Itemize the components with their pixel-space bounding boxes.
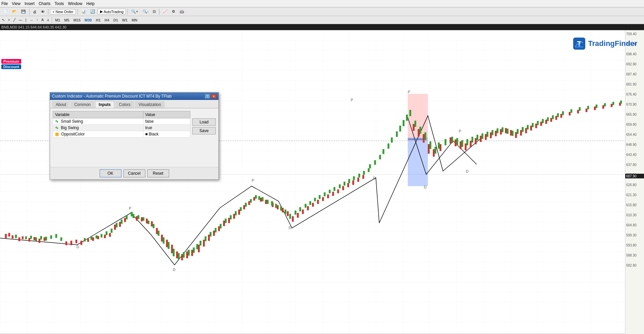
svg-rect-184 <box>339 184 341 188</box>
svg-rect-102 <box>500 129 502 134</box>
svg-rect-38 <box>114 225 116 230</box>
tab-common[interactable]: Common <box>70 101 94 108</box>
svg-rect-52 <box>191 250 193 256</box>
tab-colors[interactable]: Colors <box>115 101 134 108</box>
svg-rect-137 <box>116 223 117 227</box>
svg-rect-228 <box>547 117 549 121</box>
cancel-button[interactable]: Cancel <box>123 169 145 177</box>
new-order-button[interactable]: + New Order <box>50 9 76 14</box>
svg-rect-186 <box>348 179 350 183</box>
svg-rect-143 <box>143 217 144 221</box>
ok-button[interactable]: OK <box>100 169 121 177</box>
toolbar-print[interactable]: 🖨 <box>31 8 38 15</box>
tool-vline[interactable]: | <box>24 17 28 23</box>
val-big-swing[interactable]: true <box>143 125 190 131</box>
tool-arrow[interactable]: ↑ <box>35 17 39 23</box>
tool-hline[interactable]: — <box>17 17 23 23</box>
svg-rect-78 <box>327 194 329 198</box>
menu-charts[interactable]: Charts <box>39 1 50 6</box>
save-button[interactable]: Save <box>192 127 216 134</box>
svg-rect-147 <box>163 237 164 243</box>
svg-rect-149 <box>173 249 175 256</box>
tool-ray[interactable]: → <box>28 17 34 23</box>
svg-rect-36 <box>104 235 106 238</box>
svg-rect-123 <box>25 236 27 239</box>
tb-sep-1 <box>29 9 30 15</box>
svg-rect-202 <box>414 121 416 127</box>
table-row[interactable]: ▦ OppositColor ■ Black <box>53 131 190 137</box>
val-opposit-color[interactable]: ■ Black <box>143 131 190 137</box>
tf-m15[interactable]: M15 <box>72 18 82 22</box>
svg-rect-39 <box>119 222 121 227</box>
tab-visualization[interactable]: Visualization <box>135 101 165 108</box>
new-order-icon: + <box>52 10 54 14</box>
tf-d1[interactable]: D1 <box>112 18 120 22</box>
tf-h4[interactable]: H4 <box>103 18 111 22</box>
svg-rect-221 <box>512 131 513 136</box>
menu-tools[interactable]: Tools <box>55 1 64 6</box>
toolbar-strategy[interactable]: ⚙ <box>170 8 177 15</box>
menu-window[interactable]: Window <box>68 1 83 6</box>
svg-text:665.90: 665.90 <box>626 113 637 116</box>
svg-rect-44 <box>151 221 153 226</box>
svg-rect-169 <box>267 200 268 204</box>
svg-text:681.90: 681.90 <box>626 82 637 86</box>
tf-m30[interactable]: M30 <box>83 18 93 22</box>
tool-label[interactable]: 𝐴 <box>46 17 50 23</box>
toolbar-expert[interactable]: 🤖 <box>178 8 186 15</box>
toolbar-open[interactable]: 📂 <box>10 8 18 15</box>
toolbar-indicator[interactable]: 📈 <box>161 8 169 15</box>
toolbar-print-preview[interactable]: 👁 <box>39 8 46 15</box>
toolbar-fit[interactable]: ⊡ <box>151 8 157 15</box>
table-row[interactable]: ∿ Small Swing false <box>53 118 190 125</box>
svg-text:698.40: 698.40 <box>626 52 637 56</box>
svg-rect-133 <box>96 235 97 238</box>
menu-help[interactable]: Help <box>86 1 95 6</box>
tool-crosshair[interactable]: + <box>7 17 11 23</box>
tf-h1[interactable]: H1 <box>94 18 102 22</box>
svg-rect-40 <box>124 218 126 222</box>
svg-text:654.40: 654.40 <box>626 133 637 136</box>
toolbar-zoom-in[interactable]: 🔍+ <box>130 8 140 15</box>
tab-inputs[interactable]: Inputs <box>95 101 114 108</box>
toolbar-save[interactable]: 💾 <box>19 8 28 15</box>
reset-button[interactable]: Reset <box>147 169 169 177</box>
tf-m5[interactable]: M5 <box>62 18 71 22</box>
toolbar-refresh[interactable]: 🔄 <box>89 8 97 15</box>
box-icon: ▦ <box>55 132 59 136</box>
table-row-selected[interactable]: ∿ Big Swing true <box>53 125 190 131</box>
menu-insert[interactable]: Insert <box>24 1 35 6</box>
load-button[interactable]: Load <box>192 118 216 126</box>
val-small-swing[interactable]: false <box>143 118 190 125</box>
svg-rect-215 <box>482 133 483 139</box>
tf-w1[interactable]: W1 <box>120 18 130 22</box>
svg-rect-88 <box>423 134 425 143</box>
tf-m1[interactable]: M1 <box>53 18 62 22</box>
svg-rect-90 <box>433 149 435 157</box>
svg-rect-113 <box>555 116 557 120</box>
tool-cursor[interactable]: ↖ <box>1 17 6 23</box>
toolbar-charts[interactable]: 📊 <box>80 8 88 15</box>
svg-rect-218 <box>497 128 498 133</box>
toolbar-new[interactable]: 📄 <box>1 8 9 15</box>
menu-file[interactable]: File <box>1 1 8 6</box>
menu-view[interactable]: View <box>12 1 20 6</box>
chart-area[interactable]: P P P P P D D D D D D <box>0 30 644 334</box>
auto-trading-button[interactable]: ▶ AutoTrading <box>98 9 126 14</box>
toolbar-zoom-out[interactable]: 🔍- <box>141 8 150 15</box>
svg-rect-178 <box>309 201 311 205</box>
svg-rect-99 <box>485 134 487 140</box>
svg-rect-190 <box>368 168 369 172</box>
tool-text[interactable]: A <box>40 17 45 23</box>
dialog-close-button[interactable]: × <box>211 94 216 99</box>
premium-label: Premium <box>1 59 21 64</box>
tool-line[interactable]: ╱ <box>12 17 17 23</box>
tf-mn[interactable]: MN <box>130 18 139 22</box>
svg-text:P: P <box>459 129 461 133</box>
svg-rect-104 <box>510 130 512 135</box>
svg-rect-50 <box>181 254 183 260</box>
dialog-title: Custom Indicator - Automatic Premium Dis… <box>52 94 171 99</box>
svg-rect-51 <box>186 252 188 258</box>
tab-about[interactable]: About <box>52 101 70 108</box>
dialog-help-button[interactable]: ? <box>205 94 210 99</box>
